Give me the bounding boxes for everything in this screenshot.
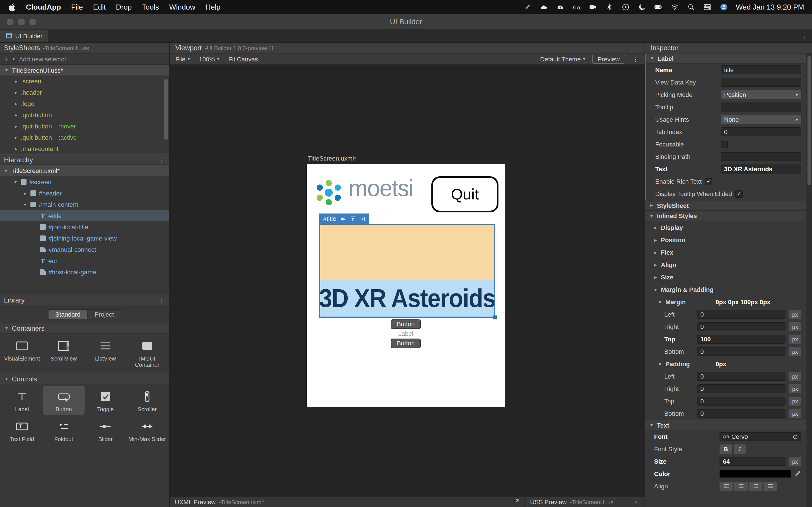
resize-handle[interactable] <box>493 316 497 320</box>
text-align-left-button[interactable] <box>719 482 733 491</box>
align-right-icon[interactable] <box>359 216 366 222</box>
selected-element-tag[interactable]: #title <box>319 214 370 224</box>
library-section-header-containers[interactable]: ▾Containers <box>0 323 169 334</box>
margin-padding-foldout[interactable]: ▾ Margin & Padding <box>645 283 806 296</box>
text-align-justify-button[interactable] <box>763 482 777 491</box>
align-top-icon[interactable] <box>350 216 356 222</box>
spacing-input[interactable]: 0 <box>697 322 785 331</box>
text-align-icon[interactable] <box>340 216 347 222</box>
display-tooltip-checkbox[interactable]: ✓ <box>735 190 743 198</box>
library-item-scrollview[interactable]: ScrollView <box>43 335 85 370</box>
margin-composite-value[interactable]: 0px 0px 100px 0px <box>716 298 770 305</box>
focusable-checkbox[interactable] <box>721 140 728 148</box>
hierarchy-item-joining-local-game-view[interactable]: #joining-local-game-view <box>0 233 169 244</box>
text-align-right-button[interactable] <box>749 482 762 491</box>
play-icon[interactable] <box>621 3 630 11</box>
library-item-label[interactable]: Label <box>1 386 43 414</box>
text-section-bar[interactable]: ▾ Text <box>645 420 806 431</box>
margin-foldout[interactable]: ▾ Margin 0px 0px 100px 0px <box>645 296 806 308</box>
library-item-slider[interactable]: Slider <box>85 416 126 445</box>
window-kebab-icon[interactable]: ⋮ <box>801 32 812 40</box>
stylesheet-section-bar[interactable]: ▸ StyleSheet <box>645 200 806 211</box>
view-data-key-input[interactable] <box>721 78 801 87</box>
library-item-toggle[interactable]: Toggle <box>85 386 126 414</box>
canvas-area[interactable]: TitleScreen.uxml* moetsi Quit #title <box>170 65 645 496</box>
selected-element-overlay[interactable]: 3D XR Asteroids <box>319 224 495 318</box>
font-object-field[interactable]: Aa Cervo ⊙ <box>719 432 801 441</box>
stylesheet-selector-quit-button[interactable]: ▸.quit-button <box>0 109 169 121</box>
foldout-flex[interactable]: ▸Flex <box>645 246 806 259</box>
library-item-scroller[interactable]: Scroller <box>126 386 168 414</box>
chevron-down-icon[interactable]: ▾ <box>4 68 9 73</box>
spacing-input[interactable]: 100 <box>697 335 785 344</box>
chevron-down-icon[interactable]: ▾ <box>11 56 16 61</box>
download-icon[interactable] <box>633 499 640 505</box>
foldout-position[interactable]: ▸Position <box>645 234 806 246</box>
hierarchy-item-host-local-game[interactable]: #host-local-game <box>0 267 169 278</box>
marker-icon[interactable] <box>523 3 532 11</box>
usage-hints-dropdown[interactable]: None▾ <box>721 115 801 124</box>
stylesheet-selector-main-content[interactable]: ▸.main-content <box>0 143 169 154</box>
library-item-foldout[interactable]: Foldout <box>43 416 85 445</box>
menu-item-tools[interactable]: Tools <box>142 3 159 11</box>
apple-menu-icon[interactable] <box>8 3 16 11</box>
text-align-center-button[interactable] <box>734 482 748 491</box>
spacing-input[interactable]: 0 <box>697 397 785 406</box>
control-center-icon[interactable] <box>703 3 712 11</box>
hierarchy-kebab-icon[interactable]: ⋮ <box>158 156 165 164</box>
padding-composite-value[interactable]: 0px <box>716 360 726 367</box>
library-tab-standard[interactable]: Standard <box>48 309 88 320</box>
bluetooth-icon[interactable] <box>605 3 613 11</box>
foldout-size[interactable]: ▸Size <box>645 271 806 283</box>
library-section-header-controls[interactable]: ▾Controls <box>0 374 169 384</box>
stylesheet-selector-screen[interactable]: ▸.screen <box>0 75 169 87</box>
tab-ui-builder[interactable]: UI Builder <box>0 30 49 42</box>
hierarchy-item-manual-connect[interactable]: #manual-connect <box>0 244 169 255</box>
cloud-upload-icon[interactable] <box>556 3 564 11</box>
inspector-scrollbar[interactable] <box>806 54 812 507</box>
close-button[interactable] <box>7 18 13 25</box>
user-icon[interactable] <box>719 3 728 11</box>
library-item-listview[interactable]: ListView <box>85 335 126 370</box>
moetsi-logo-icon[interactable] <box>312 177 345 210</box>
stylesheet-selector-header[interactable]: ▸.header <box>0 87 169 98</box>
foldout-align[interactable]: ▸Align <box>645 259 806 271</box>
spacing-input[interactable]: 0 <box>697 372 785 381</box>
theme-dropdown[interactable]: Default Theme▾ <box>540 55 585 62</box>
or-label[interactable]: Label <box>398 330 413 337</box>
eyedropper-icon[interactable] <box>795 470 801 477</box>
font-size-input[interactable]: 64 <box>719 457 785 466</box>
stylesheet-selector-logo[interactable]: ▸.logo <box>0 98 169 109</box>
add-selector-input[interactable]: Add new selector... <box>19 55 71 62</box>
inlined-styles-section-bar[interactable]: ▾ Inlined Styles <box>645 211 806 221</box>
stylesheet-selector-quit-button-hover[interactable]: ▸.quit-button:hover <box>0 121 169 132</box>
library-kebab-icon[interactable]: ⋮ <box>158 296 165 304</box>
hierarchy-item-join-local-title[interactable]: #join-local-title <box>0 221 169 233</box>
attributes-foldout[interactable]: ▾ Label <box>646 54 806 64</box>
uss-file-row[interactable]: ▾ TitleScreenUI.uss* <box>0 65 169 75</box>
hierarchy-item-or[interactable]: T#or <box>0 255 169 267</box>
search-icon[interactable] <box>687 3 695 11</box>
menu-bar-clock[interactable]: Wed Jan 13 9:20 PM <box>736 3 804 11</box>
menu-item-drop[interactable]: Drop <box>116 3 132 11</box>
library-item-text-field[interactable]: Text Field <box>1 416 43 445</box>
manual-connect-button[interactable]: Button <box>391 320 421 329</box>
battery-icon[interactable] <box>654 3 663 11</box>
title-label-text[interactable]: 3D XR Asteroids <box>320 284 494 313</box>
unit-dropdown[interactable]: px <box>789 322 801 331</box>
moon-icon[interactable] <box>638 3 646 11</box>
menu-item-file[interactable]: File <box>71 3 83 11</box>
spacing-input[interactable]: 0 <box>697 384 785 393</box>
text-input[interactable]: 3D XR Asteroids <box>721 165 801 173</box>
stylesheet-selector-quit-button-active[interactable]: ▸.quit-button:active <box>0 132 169 143</box>
library-item-imgui-container[interactable]: IMGUI Container <box>126 335 168 370</box>
add-icon[interactable]: + <box>4 55 8 63</box>
unit-dropdown[interactable]: px <box>789 347 801 356</box>
library-item-button[interactable]: Button <box>43 386 85 414</box>
menu-item-help[interactable]: Help <box>206 3 221 11</box>
hierarchy-item-main-content[interactable]: ▾#main-content <box>0 199 169 210</box>
quit-button[interactable]: Quit <box>432 176 499 212</box>
hierarchy-item-screen[interactable]: ▾#screen <box>0 176 169 187</box>
zoom-dropdown[interactable]: 100%▾ <box>199 55 219 62</box>
video-icon[interactable] <box>589 3 597 11</box>
